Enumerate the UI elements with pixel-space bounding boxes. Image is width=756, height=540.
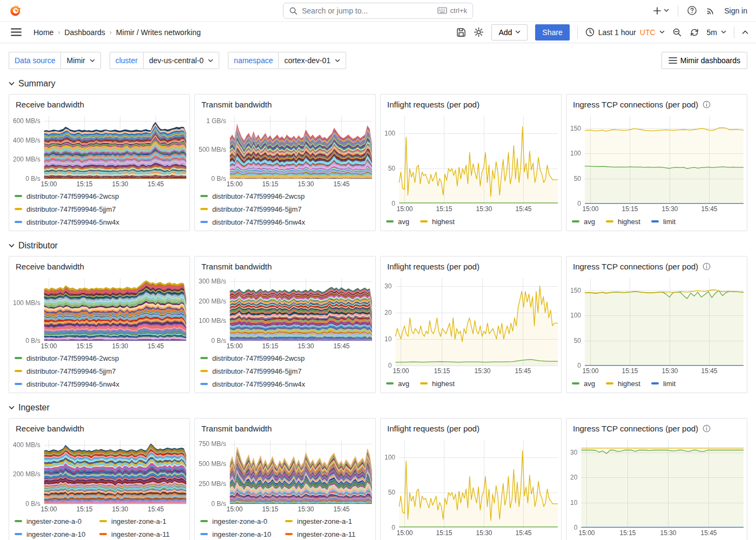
legend-item[interactable]: highest bbox=[606, 377, 640, 390]
save-dashboard-icon[interactable] bbox=[456, 28, 466, 37]
menu-icon[interactable] bbox=[8, 28, 25, 36]
row-header-distributor[interactable]: Distributor bbox=[9, 238, 58, 254]
panel-transmit-bandwidth: Transmit bandwidthdistributor-747f599946… bbox=[194, 94, 376, 231]
chart-canvas[interactable] bbox=[9, 112, 190, 190]
legend-label: distributor-747f599946-2wcsp bbox=[26, 354, 119, 362]
chart-canvas[interactable] bbox=[195, 436, 375, 515]
breadcrumb-dashboards[interactable]: Dashboards bbox=[64, 28, 105, 37]
refresh-icon[interactable] bbox=[690, 28, 699, 37]
legend-item[interactable]: ingester-zone-a-0 bbox=[15, 515, 99, 528]
panel-title[interactable]: Inflight requests (per pod) bbox=[387, 100, 480, 109]
panel-title[interactable]: Inflight requests (per pod) bbox=[387, 262, 480, 271]
legend-item[interactable]: distributor-747f599946-5nw4x bbox=[15, 377, 184, 390]
legend-item[interactable]: ingester-zone-a-1 bbox=[99, 515, 184, 528]
legend-swatch bbox=[651, 382, 659, 384]
info-icon[interactable] bbox=[703, 424, 711, 433]
chart-canvas[interactable] bbox=[195, 274, 375, 352]
time-range-picker[interactable]: Last 1 hour UTC bbox=[585, 28, 665, 37]
panel-title[interactable]: Ingress TCP connections (per pod) bbox=[573, 100, 698, 109]
panel-row-summary: Receive bandwidthdistributor-747f599946-… bbox=[9, 94, 747, 231]
share-button[interactable]: Share bbox=[535, 24, 569, 40]
chart-canvas[interactable] bbox=[566, 112, 747, 214]
legend-item[interactable]: ingester-zone-a-10 bbox=[200, 528, 285, 540]
legend-item[interactable]: avg bbox=[572, 377, 595, 390]
legend-item[interactable]: ingester-zone-a-0 bbox=[200, 515, 285, 528]
legend-swatch bbox=[200, 370, 208, 372]
chart-canvas[interactable] bbox=[566, 274, 747, 376]
legend-item[interactable]: avg bbox=[386, 377, 409, 390]
panel-inflight-requests-per-pod-: Inflight requests (per pod)avghighest bbox=[380, 256, 562, 393]
info-icon[interactable] bbox=[703, 100, 711, 109]
panel-header: Receive bandwidth bbox=[9, 418, 190, 436]
legend-item[interactable]: highest bbox=[420, 377, 455, 390]
panel-title[interactable]: Transmit bandwidth bbox=[201, 262, 272, 271]
breadcrumb-home[interactable]: Home bbox=[33, 28, 53, 37]
legend-item[interactable]: ingester-zone-a-11 bbox=[99, 528, 184, 540]
legend-item[interactable]: distributor-747f599946-5jjm7 bbox=[200, 202, 370, 215]
chart-canvas[interactable] bbox=[195, 112, 375, 190]
legend-item[interactable]: distributor-747f599946-2wcsp bbox=[15, 352, 184, 364]
legend-item[interactable]: avg bbox=[386, 215, 409, 228]
chart-canvas[interactable] bbox=[381, 112, 561, 214]
template-variables: Data sourceMimirclusterdev-us-central-0n… bbox=[9, 52, 346, 69]
panel-title[interactable]: Inflight requests (per pod) bbox=[387, 424, 480, 433]
legend-label: ingester-zone-a-0 bbox=[26, 517, 82, 525]
chart-canvas[interactable] bbox=[381, 436, 561, 538]
legend-swatch bbox=[200, 533, 208, 535]
info-icon[interactable] bbox=[703, 262, 711, 271]
panel-title[interactable]: Transmit bandwidth bbox=[201, 424, 272, 433]
panel-title[interactable]: Transmit bandwidth bbox=[201, 100, 272, 109]
legend-item[interactable]: highest bbox=[420, 215, 455, 228]
news-feed-icon[interactable] bbox=[706, 6, 716, 16]
legend-item[interactable]: ingester-zone-a-1 bbox=[285, 515, 370, 528]
sign-in-button[interactable]: Sign in bbox=[724, 6, 747, 15]
mimir-dashboards-button[interactable]: Mimir dashboards bbox=[662, 52, 747, 69]
variable-label: Data source bbox=[9, 52, 60, 69]
chart-canvas[interactable] bbox=[9, 436, 190, 515]
legend-item[interactable]: distributor-747f599946-5jjm7 bbox=[15, 364, 184, 377]
help-icon[interactable] bbox=[687, 5, 697, 16]
legend-item[interactable]: distributor-747f599946-2wcsp bbox=[200, 352, 370, 364]
legend-item[interactable]: limit bbox=[651, 377, 676, 390]
legend-item[interactable]: limit bbox=[651, 215, 676, 228]
grafana-logo[interactable] bbox=[9, 4, 23, 18]
legend: avghighest bbox=[381, 376, 561, 393]
panel-title[interactable]: Receive bandwidth bbox=[16, 100, 84, 109]
row-header-summary[interactable]: Summary bbox=[9, 76, 55, 92]
add-menu-icon[interactable] bbox=[653, 6, 669, 15]
legend-label: distributor-747f599946-5jjm7 bbox=[26, 367, 116, 375]
variable-value-dropdown[interactable]: Mimir bbox=[60, 52, 100, 69]
variable-value-dropdown[interactable]: dev-us-central-0 bbox=[143, 52, 219, 69]
chart-inflight_pods bbox=[381, 436, 561, 538]
divider bbox=[678, 5, 678, 17]
panel-title[interactable]: Ingress TCP connections (per pod) bbox=[573, 262, 698, 271]
legend-item[interactable]: distributor-747f599946-5nw4x bbox=[15, 215, 184, 228]
legend-item[interactable]: distributor-747f599946-5nw4x bbox=[200, 377, 370, 390]
chart-canvas[interactable] bbox=[381, 274, 561, 376]
legend-item[interactable]: highest bbox=[606, 215, 640, 228]
legend-item[interactable]: distributor-747f599946-5jjm7 bbox=[200, 364, 370, 377]
panel-transmit-bandwidth: Transmit bandwidthingester-zone-a-0inges… bbox=[194, 418, 376, 540]
legend-item[interactable]: distributor-747f599946-5nw4x bbox=[200, 215, 370, 228]
chart-canvas[interactable] bbox=[9, 274, 190, 352]
legend-item[interactable]: distributor-747f599946-2wcsp bbox=[15, 190, 184, 202]
refresh-interval-picker[interactable]: 5m bbox=[707, 28, 726, 37]
legend-item[interactable]: ingester-zone-a-10 bbox=[15, 528, 99, 540]
legend-item[interactable]: ingester-zone-a-11 bbox=[285, 528, 370, 540]
legend-item[interactable]: avg bbox=[572, 215, 595, 228]
chevron-down-icon bbox=[515, 30, 521, 34]
panel-title[interactable]: Receive bandwidth bbox=[16, 424, 84, 433]
chart-sum_tx bbox=[195, 112, 375, 190]
dashboard-settings-icon[interactable] bbox=[474, 27, 484, 37]
collapse-toolbar-icon[interactable] bbox=[742, 30, 748, 35]
legend-item[interactable]: distributor-747f599946-5jjm7 bbox=[15, 202, 184, 215]
panel-title[interactable]: Receive bandwidth bbox=[16, 262, 84, 271]
chart-canvas[interactable] bbox=[566, 436, 747, 538]
legend-item[interactable]: distributor-747f599946-2wcsp bbox=[200, 190, 370, 202]
zoom-out-time-icon[interactable] bbox=[672, 28, 682, 37]
row-header-ingester[interactable]: Ingester bbox=[9, 400, 50, 416]
panel-title[interactable]: Ingress TCP connections (per pod) bbox=[573, 424, 698, 433]
search-input[interactable]: Search or jump to... ctrl+k bbox=[283, 3, 473, 19]
variable-value-dropdown[interactable]: cortex-dev-01 bbox=[278, 52, 346, 69]
add-panel-button[interactable]: Add bbox=[491, 24, 528, 40]
